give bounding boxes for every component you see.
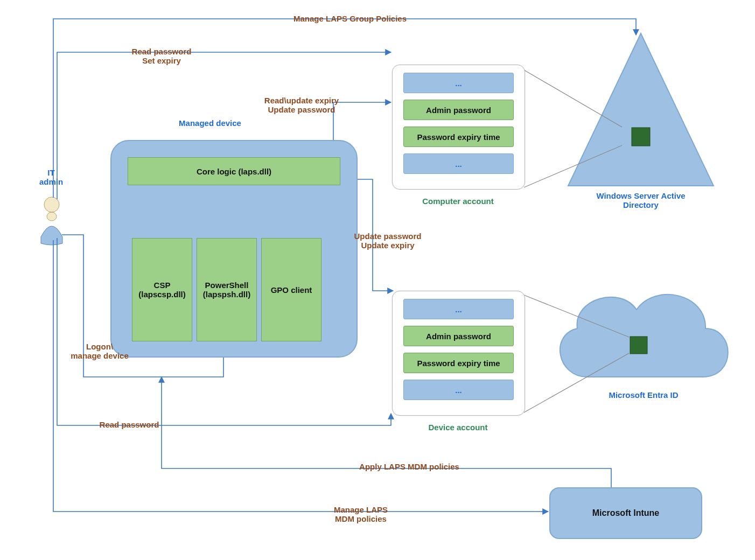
edge-manage-gpo: Manage LAPS Group Policies xyxy=(253,14,447,23)
edge-readpw-setexpiry: Read password Set expiry xyxy=(108,47,215,65)
ad-label: Windows Server Active Directory xyxy=(571,191,711,209)
dev-slot-admin-pw: Admin password xyxy=(403,326,514,346)
gpo-box: GPO client xyxy=(261,238,321,341)
comp-slot-ell-bot: ... xyxy=(403,153,514,174)
svg-point-3 xyxy=(44,197,59,212)
svg-point-4 xyxy=(47,212,57,221)
svg-marker-0 xyxy=(568,33,714,186)
device-account-card: ... Admin password Password expiry time … xyxy=(392,291,525,416)
edge-read-update-expiry: Read\update expiry Update password xyxy=(232,96,372,114)
edge-manage-mdm: Manage LAPS MDM policies xyxy=(302,505,420,523)
dev-slot-ell-top: ... xyxy=(403,299,514,319)
csp-box: CSP (lapscsp.dll) xyxy=(132,238,192,341)
comp-slot-admin-pw: Admin password xyxy=(403,100,514,120)
managed-device-box: Core logic (laps.dll) CSP (lapscsp.dll) … xyxy=(110,140,358,358)
svg-rect-1 xyxy=(632,128,650,146)
comp-slot-ell-top: ... xyxy=(403,73,514,93)
computer-account-card: ... Admin password Password expiry time … xyxy=(392,65,525,190)
edge-logon-manage: Logon\ manage device xyxy=(59,342,140,360)
dev-slot-ell-bot: ... xyxy=(403,380,514,400)
comp-slot-pw-expiry: Password expiry time xyxy=(403,127,514,147)
powershell-box: PowerShell (lapspsh.dll) xyxy=(197,238,257,341)
svg-rect-2 xyxy=(630,337,647,354)
it-admin-label: IT admin xyxy=(22,168,81,186)
edge-apply-mdm: Apply LAPS MDM policies xyxy=(328,462,490,471)
device-account-title: Device account xyxy=(392,423,524,432)
intune-box: Microsoft Intune xyxy=(549,487,702,539)
ad-triangle xyxy=(568,33,714,186)
it-admin-icon xyxy=(41,197,62,245)
entra-cloud xyxy=(560,295,728,377)
edge-read-pw: Read password xyxy=(81,420,178,429)
svg-line-5 xyxy=(524,70,622,127)
computer-account-title: Computer account xyxy=(392,197,524,206)
managed-device-title: Managed device xyxy=(140,118,280,128)
laps-architecture-diagram: IT admin Managed device Core logic (laps… xyxy=(0,0,755,560)
entra-label: Microsoft Entra ID xyxy=(576,390,711,400)
dev-slot-pw-expiry: Password expiry time xyxy=(403,353,514,373)
edge-update-pw-expiry: Update password Update expiry xyxy=(334,232,442,250)
core-logic-box: Core logic (laps.dll) xyxy=(128,157,340,185)
